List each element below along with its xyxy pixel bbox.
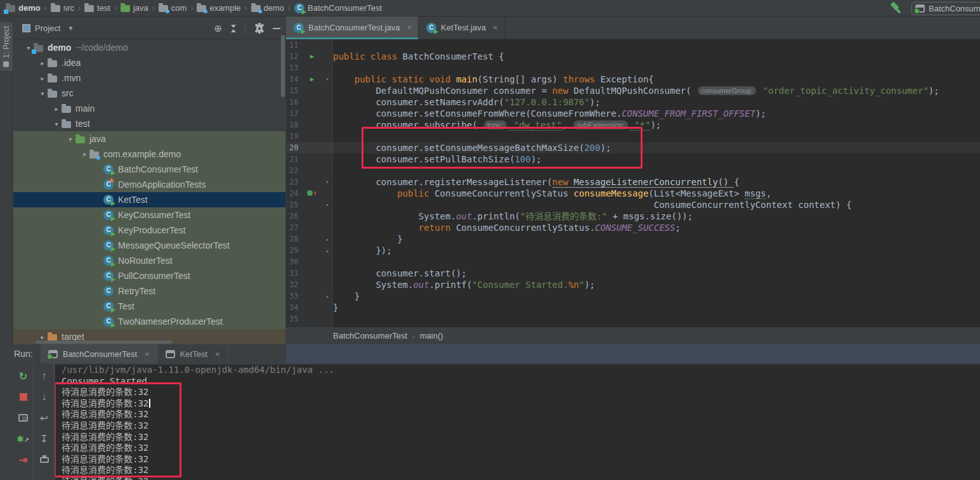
chevron-right-icon[interactable]: ▸ bbox=[51, 105, 62, 112]
chevron-down-icon[interactable]: ▾ bbox=[79, 151, 89, 158]
editor-tab[interactable]: CKetTest.java× bbox=[419, 16, 504, 39]
tree-row[interactable]: CKeyProducerTest bbox=[13, 223, 285, 238]
soft-wrap-icon[interactable]: ↩ bbox=[38, 412, 51, 424]
tree-item-label: TwoNameserProducerTest bbox=[118, 316, 223, 327]
runnable-class-icon: C bbox=[294, 3, 304, 13]
tree-row[interactable]: CTwoNameserProducerTest bbox=[13, 314, 285, 329]
thread-dump-camera-icon[interactable] bbox=[17, 412, 30, 424]
run-gutter-icon[interactable]: ▶ bbox=[303, 74, 322, 85]
breadcrumb-item[interactable]: src bbox=[49, 3, 76, 13]
code-token: ConsumeConcurrentlyContext context) { bbox=[333, 200, 852, 210]
chevron-right-icon[interactable]: ▸ bbox=[37, 334, 48, 341]
code-token: new bbox=[552, 177, 574, 188]
fold-marker-icon[interactable]: ▾ bbox=[322, 74, 333, 85]
breadcrumb-item[interactable]: test bbox=[82, 3, 112, 13]
stop-icon[interactable] bbox=[17, 391, 30, 403]
code-token: consumer.start(); bbox=[333, 268, 467, 278]
run-tab[interactable]: BatchConsumerTest× bbox=[41, 344, 158, 363]
line-number: 25 bbox=[286, 199, 303, 211]
code-token: "dw_test" bbox=[508, 120, 561, 131]
settings-gear-icon[interactable] bbox=[254, 23, 264, 33]
tree-row[interactable]: CTest bbox=[13, 299, 285, 314]
code-line: 11 bbox=[286, 39, 980, 51]
gutter-slot bbox=[303, 119, 322, 131]
text-caret bbox=[149, 399, 150, 408]
tree-item-label: demo bbox=[48, 42, 71, 53]
stripe-tab-project[interactable]: 1: Project bbox=[0, 22, 13, 71]
tree-horizontal-scrollbar[interactable] bbox=[36, 341, 172, 344]
locate-file-icon[interactable]: ⊕ bbox=[214, 23, 222, 34]
tree-row[interactable]: CBatchConsumerTest bbox=[13, 162, 285, 177]
breadcrumb-item[interactable]: java bbox=[119, 3, 150, 13]
fold-marker-icon[interactable]: ▾ bbox=[322, 199, 333, 211]
scroll-to-end-icon[interactable]: ↧ bbox=[38, 432, 51, 445]
exit-icon[interactable]: ⇥ bbox=[17, 453, 30, 466]
rerun-icon[interactable]: ↻ bbox=[17, 370, 30, 382]
gutter-slot bbox=[303, 211, 322, 222]
close-tab-icon[interactable]: × bbox=[145, 349, 150, 359]
code-token: CONSUME_SUCCESS bbox=[595, 223, 675, 233]
tree-row[interactable]: CPullConsumerTest bbox=[13, 268, 285, 283]
gutter-slot bbox=[303, 142, 322, 153]
fold-marker-icon[interactable]: ▴ bbox=[322, 245, 333, 256]
chevron-down-icon[interactable]: ▾ bbox=[65, 136, 75, 143]
code-text: } bbox=[333, 290, 360, 302]
project-folder-icon bbox=[34, 45, 43, 52]
chevron-down-icon[interactable]: ▾ bbox=[51, 120, 62, 127]
breadcrumb-item[interactable]: demo bbox=[249, 3, 287, 13]
tree-row[interactable]: CKetTest bbox=[13, 192, 285, 207]
tree-row[interactable]: ▾src bbox=[13, 86, 285, 101]
tree-row[interactable]: CDemoApplicationTests bbox=[13, 177, 285, 192]
breadcrumb-item[interactable]: example bbox=[195, 3, 242, 13]
run-config-select[interactable]: BatchConsumerTest bbox=[911, 2, 980, 15]
editor-tab[interactable]: CBatchConsumerTest.java× bbox=[286, 16, 419, 39]
fold-marker-icon[interactable]: ▴ bbox=[322, 233, 333, 245]
tree-row[interactable]: CNoRouterTest bbox=[13, 253, 285, 268]
code-editor[interactable]: 1112▶public class BatchConsumerTest {131… bbox=[286, 39, 980, 327]
line-number: 32 bbox=[286, 279, 303, 290]
run-gutter-icon[interactable]: ▶ bbox=[303, 51, 322, 62]
breadcrumb-label: com bbox=[171, 3, 187, 13]
implements-gutter-icon[interactable]: ↑ bbox=[303, 188, 322, 199]
gutter-slot bbox=[303, 199, 322, 211]
attach-debugger-icon[interactable]: ✱↗ bbox=[17, 432, 30, 445]
tree-row[interactable]: CMessageQueueSelectorTest bbox=[13, 238, 285, 253]
hide-panel-icon[interactable] bbox=[273, 28, 280, 29]
breadcrumb-class[interactable]: BatchConsumerTest bbox=[333, 331, 407, 341]
tree-row[interactable]: ▾demo~/code/demo bbox=[13, 40, 285, 55]
close-tab-icon[interactable]: × bbox=[215, 349, 220, 359]
print-icon[interactable] bbox=[38, 453, 51, 466]
tree-row[interactable]: ▸.idea bbox=[13, 55, 285, 70]
run-tab[interactable]: KetTest× bbox=[158, 344, 228, 363]
build-hammer-icon[interactable] bbox=[890, 2, 903, 15]
tree-row[interactable]: CKeyConsumerTest bbox=[13, 207, 285, 223]
tree-row[interactable]: ▾com.example.demo bbox=[13, 146, 285, 162]
breadcrumb-method[interactable]: main() bbox=[420, 331, 443, 341]
line-number: 23 bbox=[286, 176, 303, 188]
up-stack-icon[interactable]: ↑ bbox=[38, 370, 51, 382]
fold-marker-icon[interactable]: ▾ bbox=[322, 176, 333, 188]
fold-marker-icon[interactable]: ▴ bbox=[322, 290, 333, 302]
collapse-all-icon[interactable] bbox=[231, 25, 236, 32]
breadcrumb-item[interactable]: demo bbox=[4, 3, 42, 13]
editor-tab-label: KetTest.java bbox=[441, 23, 486, 32]
close-tab-icon[interactable]: × bbox=[407, 23, 412, 32]
close-tab-icon[interactable]: × bbox=[493, 23, 498, 32]
down-stack-icon[interactable]: ↓ bbox=[38, 391, 51, 403]
tree-row[interactable]: CRetryTest bbox=[13, 283, 285, 299]
tree-vertical-scrollbar[interactable] bbox=[281, 35, 285, 97]
project-view-select[interactable]: Project ▼ bbox=[13, 23, 74, 33]
code-text: ConsumeConcurrentlyContext context) { bbox=[333, 199, 852, 211]
breadcrumb-label: demo bbox=[264, 3, 285, 13]
console-output[interactable]: /usr/lib/jvm/java-1.11.0-openjdk-amd64/b… bbox=[55, 365, 980, 480]
breadcrumb-item[interactable]: com bbox=[157, 3, 189, 13]
breadcrumb-item[interactable]: CBatchConsumerTest bbox=[292, 3, 384, 13]
code-token: main bbox=[456, 74, 478, 84]
chevron-right-icon[interactable]: ▸ bbox=[37, 60, 48, 67]
tree-row[interactable]: ▾test bbox=[13, 116, 285, 131]
chevron-right-icon[interactable]: ▸ bbox=[37, 75, 48, 82]
tree-row[interactable]: ▸main bbox=[13, 101, 285, 116]
tree-row[interactable]: ▸.mvn bbox=[13, 70, 285, 86]
chevron-down-icon[interactable]: ▾ bbox=[37, 90, 48, 97]
tree-row[interactable]: ▾java bbox=[13, 131, 285, 146]
